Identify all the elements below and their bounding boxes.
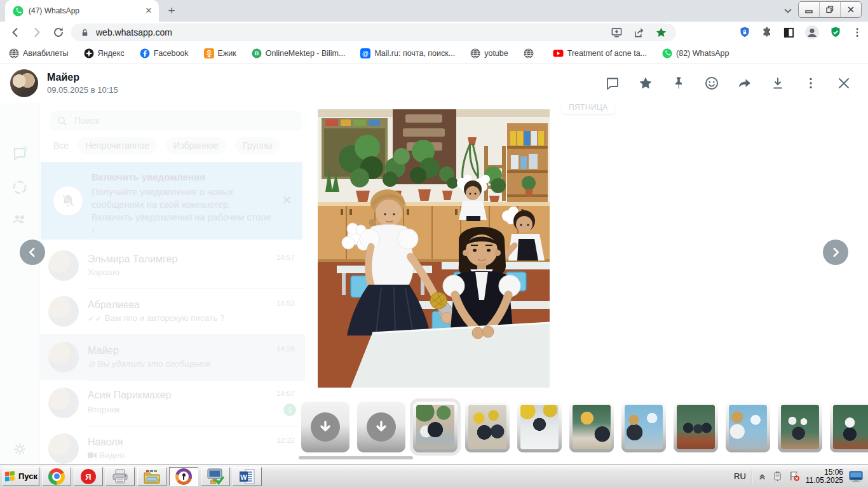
menu-kebab-icon [803, 76, 818, 91]
communities-icon[interactable] [12, 212, 27, 227]
bookmark-yandex[interactable]: Яндекс [84, 48, 125, 58]
bookmark-ezhik[interactable]: Ежик [204, 48, 236, 58]
read-ticks-icon: ✓✓ [88, 313, 102, 323]
photo-thumbnail[interactable] [830, 402, 868, 452]
taskbar-yandex-browser-button[interactable]: Я [74, 467, 103, 486]
forward-icon[interactable] [31, 26, 43, 39]
downloads-icon[interactable] [611, 27, 623, 39]
filter-groups[interactable]: Группы [235, 137, 280, 154]
chats-icon[interactable] [12, 146, 27, 161]
photo-thumbnail[interactable] [569, 402, 614, 452]
shield-check-icon[interactable] [829, 26, 842, 39]
tray-device-icon[interactable] [772, 471, 783, 482]
bookmark-onlinemektep[interactable]: B OnlineMektep - Bilim... [252, 48, 346, 58]
profile-avatar-icon[interactable] [804, 25, 820, 40]
tab-close-icon[interactable]: ✕ [144, 6, 154, 16]
language-indicator[interactable]: RU [734, 471, 746, 481]
download-button[interactable] [770, 76, 785, 91]
filter-unread[interactable]: Непрочитанное [78, 137, 157, 154]
chat-avatar [48, 296, 79, 327]
photo-viewer-image[interactable] [318, 109, 550, 388]
svg-text:W: W [240, 473, 247, 480]
bookmark-youtube-video[interactable]: Treatment of acne ta... [553, 48, 647, 58]
pin-message-button[interactable] [671, 76, 686, 91]
tray-flag-alert-icon[interactable] [789, 471, 800, 482]
chat-row-selected[interactable]: Майер14:28 ⊘Вы удалили это сообщение [39, 334, 305, 380]
settings-gear-icon[interactable] [12, 442, 27, 457]
taskbar-system-check-button[interactable]: ! [201, 467, 230, 486]
start-button[interactable]: Пуск [3, 467, 39, 486]
bookmark-whatsapp[interactable]: (82) WhatsApp [662, 48, 729, 58]
deleted-message-icon: ⊘ [88, 359, 95, 369]
chevron-right-icon [830, 247, 841, 258]
next-photo-button[interactable] [823, 240, 848, 265]
shield-lock-extension-icon[interactable] [738, 26, 751, 39]
thumbnail-download-tile[interactable] [357, 402, 405, 452]
tab-search-chevron-icon[interactable] [783, 6, 793, 16]
new-tab-button[interactable]: + [165, 4, 178, 17]
window-close-button[interactable] [841, 2, 861, 17]
back-icon[interactable] [9, 26, 22, 39]
whatsapp-favicon [13, 6, 24, 17]
photo-thumbnail-selected[interactable] [413, 402, 458, 452]
search-input[interactable]: Поиск [50, 111, 302, 130]
yandex-browser-icon: Я [80, 468, 97, 485]
viewer-close-button[interactable] [836, 76, 851, 91]
taskbar-word-button[interactable]: W [233, 467, 262, 486]
bookmark-aviabilety[interactable]: Авиабилеты [9, 48, 69, 58]
taskbar-avast-browser-button[interactable] [169, 467, 198, 486]
bookmark-facebook[interactable]: Facebook [140, 48, 189, 58]
chat-row[interactable]: Абралиева14:53 ✓✓Вам ппо и авторскую пис… [39, 288, 305, 334]
filter-favorites[interactable]: Избранное [166, 137, 226, 154]
chat-row[interactable]: Асия Парикмахер14:07 Вторник1 [39, 380, 305, 426]
forward-button[interactable] [737, 76, 752, 91]
star-message-button[interactable] [638, 76, 653, 91]
chat-row[interactable]: Наволя12:22 Видео [39, 426, 305, 464]
bookmark-star-icon[interactable] [655, 27, 667, 39]
bookmark-yotube[interactable]: yotube [470, 48, 508, 58]
window-restore-button[interactable] [820, 2, 841, 17]
status-icon[interactable] [12, 180, 27, 195]
browser-menu-kebab-icon[interactable] [851, 27, 863, 38]
filter-all[interactable]: Все [53, 140, 69, 151]
tray-clock[interactable]: 15:06 11.05.2025 [806, 468, 843, 485]
thumbnail-scrollbar[interactable] [299, 456, 413, 459]
svg-text:@: @ [363, 50, 369, 57]
bookmark-mailru[interactable]: @ Mail.ru: почта, поиск... [360, 48, 455, 58]
photo-thumbnail[interactable] [674, 402, 718, 452]
go-to-message-button[interactable] [605, 76, 620, 91]
previous-photo-button[interactable] [20, 240, 45, 265]
address-bar[interactable]: web.whatsapp.com [71, 24, 676, 41]
photo-thumbnail[interactable] [465, 402, 510, 452]
photo-thumbnail[interactable] [517, 402, 562, 452]
tray-expand-chevron-icon[interactable] [758, 472, 766, 480]
avast-browser-icon [175, 468, 192, 485]
banner-link[interactable]: Включить уведомления на рабочем столе [92, 211, 271, 224]
banner-close-icon[interactable]: ✕ [281, 193, 292, 208]
notifications-banner[interactable]: Включить уведомления Получайте уведомлен… [41, 162, 302, 240]
halfsquare-extension-icon[interactable] [783, 27, 795, 39]
search-placeholder: Поиск [74, 116, 99, 126]
reload-icon[interactable] [52, 26, 65, 39]
react-button[interactable] [704, 76, 719, 91]
photo-thumbnail[interactable] [621, 402, 666, 452]
browser-tab[interactable]: (47) WhatsApp ✕ [5, 0, 159, 22]
photo-thumbnail[interactable] [778, 402, 822, 452]
extensions-puzzle-icon[interactable] [761, 26, 773, 39]
photo-thumbnail[interactable] [726, 402, 770, 452]
taskbar-chrome-button[interactable] [42, 467, 71, 486]
thumbnail-download-tile[interactable] [301, 402, 349, 452]
viewer-menu-button[interactable] [803, 76, 818, 91]
show-desktop-icon[interactable] [849, 471, 863, 482]
share-icon[interactable] [633, 27, 645, 39]
sender-avatar[interactable] [10, 69, 38, 97]
folder-icon [143, 469, 161, 484]
svg-text:B: B [254, 50, 259, 57]
chat-row[interactable]: Эльмира Талимгер14:57 Хорошо [39, 243, 305, 288]
bookmark-unnamed[interactable] [524, 48, 538, 58]
taskbar-folder-button[interactable] [137, 467, 166, 486]
taskbar-printer-button[interactable] [105, 467, 135, 486]
facebook-icon [140, 48, 150, 58]
window-minimize-button[interactable] [799, 2, 820, 17]
banner-line2: сообщениях на свой компьютер. [92, 198, 271, 211]
